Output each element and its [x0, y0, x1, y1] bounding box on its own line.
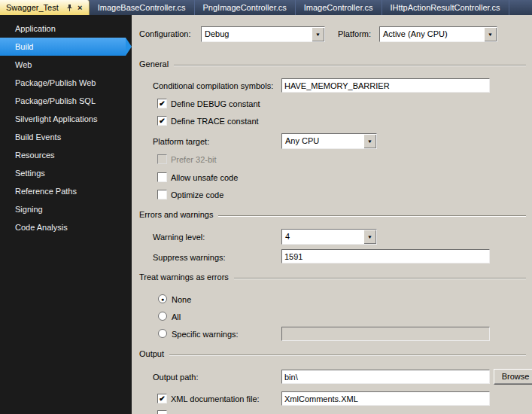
configuration-value: Debug [202, 27, 312, 41]
output-path-input[interactable] [281, 370, 490, 384]
conditional-symbols-input[interactable] [281, 78, 490, 93]
treat-all-radio[interactable] [158, 312, 167, 321]
sidebar-item-application[interactable]: Application [0, 20, 132, 38]
tab-label: ImageBaseController.cs [98, 3, 186, 12]
pin-icon[interactable] [65, 3, 74, 13]
configuration-dropdown[interactable]: Debug ▼ [201, 26, 325, 42]
chevron-down-icon: ▼ [367, 234, 372, 239]
treat-specific-label: Specific warnings: [172, 330, 239, 339]
sidebar-item-signing[interactable]: Signing [0, 200, 132, 218]
close-icon[interactable]: × [75, 3, 85, 13]
optimize-code-checkbox[interactable] [157, 190, 167, 199]
sidebar-item-reference-paths[interactable]: Reference Paths [0, 182, 132, 200]
platform-dropdown[interactable]: Active (Any CPU) ▼ [379, 26, 497, 42]
configuration-dropdown-button[interactable]: ▼ [312, 27, 324, 41]
xml-doc-label: XML documentation file: [171, 394, 260, 403]
allow-unsafe-checkbox[interactable] [157, 172, 167, 182]
conditional-symbols-label: Conditional compilation symbols: [153, 81, 273, 90]
specific-warnings-input [281, 327, 490, 341]
define-debug-label: Define DEBUG constant [171, 99, 260, 108]
platform-label: Platform: [338, 29, 371, 38]
separator-line [234, 278, 526, 279]
sidebar-item-resources[interactable]: Resources [0, 146, 132, 164]
section-general: General [139, 59, 526, 68]
allow-unsafe-label: Allow unsafe code [171, 173, 238, 182]
treat-none-radio[interactable]: ● [158, 294, 167, 303]
separator-line [218, 215, 526, 217]
warning-level-value: 4 [282, 230, 363, 244]
sidebar-item-build[interactable]: Build [0, 38, 126, 56]
tab-label: PngImageController.cs [203, 3, 287, 12]
define-trace-checkbox[interactable]: ✔ [157, 116, 167, 126]
section-treat-warnings-title: Treat warnings as errors [139, 272, 229, 282]
sidebar-item-web[interactable]: Web [0, 56, 132, 74]
sidebar-item-silverlight-applications[interactable]: Silverlight Applications [0, 110, 132, 128]
check-icon: ✔ [159, 117, 165, 125]
tab-imagebasecontroller[interactable]: ImageBaseController.cs [90, 0, 195, 15]
browse-button[interactable]: Browse [494, 369, 532, 385]
tab-swagger-test[interactable]: Swagger_Test × [0, 0, 90, 15]
treat-none-label: None [172, 295, 191, 304]
xml-doc-checkbox[interactable]: ✔ [157, 394, 167, 403]
check-icon: ✔ [159, 100, 165, 108]
prefer-32bit-checkbox [157, 154, 167, 164]
chevron-down-icon: ▼ [315, 32, 321, 36]
chevron-down-icon: ▼ [488, 32, 493, 36]
separator-line [174, 65, 526, 66]
optimize-code-label: Optimize code [171, 190, 223, 199]
section-errors-warnings-title: Errors and warnings [139, 210, 213, 219]
sidebar-item-settings[interactable]: Settings [0, 164, 132, 182]
check-icon: ✔ [159, 395, 165, 403]
document-tab-bar: Swagger_Test × ImageBaseController.cs Pn… [0, 0, 532, 15]
platform-target-dropdown[interactable]: Any CPU ▼ [281, 133, 377, 149]
warning-level-label: Warning level: [153, 233, 205, 242]
chevron-down-icon: ▼ [367, 139, 372, 143]
platform-target-value: Any CPU [282, 134, 363, 148]
build-settings-panel: Configuration: Debug ▼ Platform: Active … [132, 15, 532, 414]
treat-all-label: All [172, 312, 181, 321]
sidebar-item-build-events[interactable]: Build Events [0, 128, 132, 146]
vs-project-properties-window: Swagger_Test × ImageBaseController.cs Pn… [0, 0, 532, 414]
treat-specific-radio[interactable] [158, 329, 167, 338]
sidebar-item-package-publish-sql[interactable]: Package/Publish SQL [0, 92, 132, 110]
platform-value: Active (Any CPU) [380, 27, 484, 41]
properties-sidebar: Application Build Web Package/Publish We… [0, 15, 132, 414]
define-trace-label: Define TRACE constant [171, 117, 259, 126]
prefer-32bit-label: Prefer 32-bit [171, 155, 217, 164]
section-treat-warnings: Treat warnings as errors [139, 272, 526, 282]
xml-doc-input[interactable] [281, 391, 490, 406]
warning-level-dropdown[interactable]: 4 ▼ [281, 229, 377, 245]
platform-target-label: Platform target: [153, 137, 209, 146]
tab-imagecontroller[interactable]: ImageController.cs [296, 0, 382, 15]
suppress-warnings-input[interactable] [281, 249, 490, 263]
tab-pngimagecontroller[interactable]: PngImageController.cs [195, 0, 296, 15]
partial-bottom-checkbox[interactable] [157, 410, 167, 414]
active-tab-label: Swagger_Test [6, 3, 59, 12]
suppress-warnings-label: Suppress warnings: [153, 253, 226, 262]
section-general-title: General [139, 59, 169, 68]
sidebar-item-package-publish-web[interactable]: Package/Publish Web [0, 74, 132, 92]
define-debug-checkbox[interactable]: ✔ [157, 99, 167, 108]
sidebar-item-code-analysis[interactable]: Code Analysis [0, 218, 132, 236]
section-errors-warnings: Errors and warnings [139, 210, 526, 219]
tab-ihttpactionresultcontroller[interactable]: IHttpActionResultController.cs [382, 0, 509, 15]
tab-label: IHttpActionResultController.cs [391, 3, 500, 12]
section-output: Output [139, 349, 526, 358]
section-output-title: Output [139, 349, 164, 358]
tab-label: ImageController.cs [304, 3, 373, 12]
platform-dropdown-button[interactable]: ▼ [484, 27, 497, 41]
separator-line [169, 355, 526, 356]
configuration-label: Configuration: [139, 29, 191, 38]
warning-level-dropdown-button[interactable]: ▼ [363, 230, 376, 244]
platform-target-dropdown-button[interactable]: ▼ [363, 134, 376, 148]
radio-dot-icon: ● [161, 297, 164, 302]
output-path-label: Output path: [153, 373, 199, 382]
